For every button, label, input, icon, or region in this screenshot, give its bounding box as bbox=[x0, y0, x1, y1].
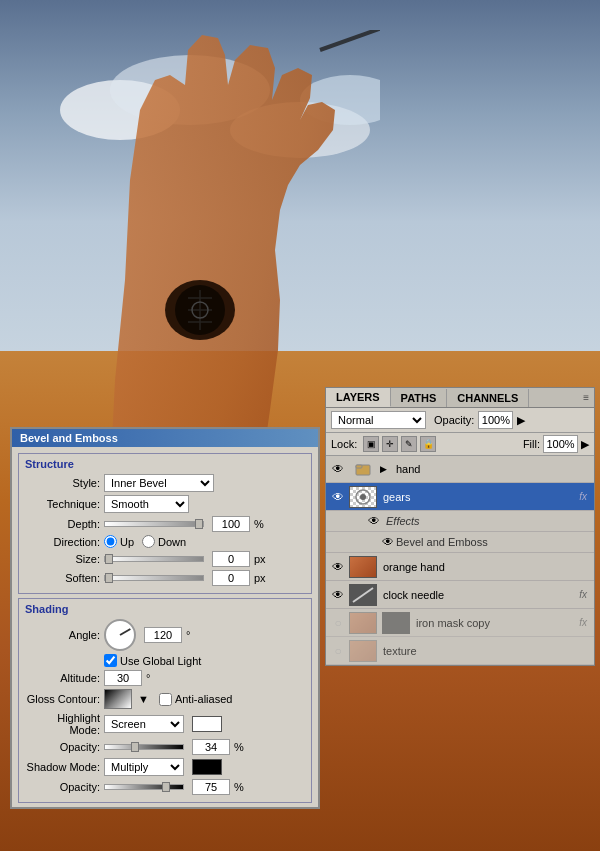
bevel-panel-title: Bevel and Emboss bbox=[12, 429, 318, 447]
layer-effects-item[interactable]: 👁 Effects bbox=[326, 511, 594, 532]
technique-select[interactable]: Smooth bbox=[104, 495, 189, 513]
fill-input[interactable] bbox=[543, 435, 578, 453]
structure-section: Structure Style: Inner Bevel Technique: … bbox=[18, 453, 312, 594]
eye-effects[interactable]: 👁 bbox=[366, 513, 382, 529]
shadow-mode-select[interactable]: Multiply bbox=[104, 758, 184, 776]
svg-rect-9 bbox=[356, 465, 362, 468]
eye-hand[interactable]: 👁 bbox=[330, 461, 346, 477]
highlight-opacity-input[interactable] bbox=[192, 739, 230, 755]
anti-aliased-text: Anti-aliased bbox=[175, 693, 232, 705]
shadow-opacity-slider[interactable] bbox=[104, 782, 184, 792]
angle-input[interactable] bbox=[144, 627, 182, 643]
lock-image-icon[interactable]: ✎ bbox=[401, 436, 417, 452]
gloss-contour-row: Gloss Contour: ▼ Anti-aliased bbox=[25, 689, 305, 709]
highlight-mode-row: Highlight Mode: Screen bbox=[25, 712, 305, 736]
highlight-mode-label: Highlight Mode: bbox=[25, 712, 100, 736]
global-light-checkbox[interactable] bbox=[104, 654, 117, 667]
direction-down[interactable]: Down bbox=[142, 535, 186, 548]
depth-row: Depth: % bbox=[25, 516, 305, 532]
highlight-color-swatch[interactable] bbox=[192, 716, 222, 732]
direction-up-radio[interactable] bbox=[104, 535, 117, 548]
direction-up[interactable]: Up bbox=[104, 535, 134, 548]
lock-position-icon[interactable]: ✛ bbox=[382, 436, 398, 452]
fill-arrow[interactable]: ▶ bbox=[581, 438, 589, 451]
svg-point-11 bbox=[360, 494, 366, 500]
eye-bevel[interactable]: 👁 bbox=[380, 534, 396, 550]
global-light-row: Use Global Light bbox=[25, 654, 305, 667]
shadow-opacity-input[interactable] bbox=[192, 779, 230, 795]
anti-aliased-label[interactable]: Anti-aliased bbox=[159, 693, 232, 706]
shadow-mode-row: Shadow Mode: Multiply bbox=[25, 758, 305, 776]
eye-gears[interactable]: 👁 bbox=[330, 489, 346, 505]
thumb-texture bbox=[349, 640, 377, 662]
altitude-unit: ° bbox=[146, 672, 150, 684]
layer-item-gears[interactable]: 👁 gears fx bbox=[326, 483, 594, 511]
panel-menu-icon[interactable]: ≡ bbox=[578, 390, 594, 405]
eye-texture[interactable]: ○ bbox=[330, 643, 346, 659]
direction-down-label: Down bbox=[158, 536, 186, 548]
global-light-label[interactable]: Use Global Light bbox=[104, 654, 201, 667]
angle-label: Angle: bbox=[25, 629, 100, 641]
depth-input[interactable] bbox=[212, 516, 250, 532]
shading-section: Shading Angle: ° Use Global Light Altitu… bbox=[18, 598, 312, 803]
contour-arrow[interactable]: ▼ bbox=[138, 693, 149, 705]
thumb-iron-mask-mask bbox=[382, 612, 410, 634]
thumb-gears bbox=[349, 486, 377, 508]
style-row: Style: Inner Bevel bbox=[25, 474, 305, 492]
angle-dial[interactable] bbox=[104, 619, 136, 651]
thumb-orange-hand bbox=[349, 556, 377, 578]
fx-iron-mask: fx bbox=[579, 617, 587, 628]
size-input[interactable] bbox=[212, 551, 250, 567]
technique-label: Technique: bbox=[25, 498, 100, 510]
tab-paths[interactable]: PATHS bbox=[391, 389, 448, 407]
size-unit: px bbox=[254, 553, 266, 565]
layer-bevel-emboss-item[interactable]: 👁 Bevel and Emboss bbox=[326, 532, 594, 553]
layer-name-texture: texture bbox=[380, 645, 590, 657]
shadow-color-swatch[interactable] bbox=[192, 759, 222, 775]
layer-item-orange-hand[interactable]: 👁 orange hand bbox=[326, 553, 594, 581]
bevel-emboss-label: Bevel and Emboss bbox=[396, 536, 488, 548]
contour-preview[interactable] bbox=[104, 689, 132, 709]
soften-label: Soften: bbox=[25, 572, 100, 584]
lock-transparent-icon[interactable]: ▣ bbox=[363, 436, 379, 452]
depth-unit: % bbox=[254, 518, 264, 530]
layer-item-clock-needle[interactable]: 👁 clock needle fx bbox=[326, 581, 594, 609]
direction-radios: Up Down bbox=[104, 535, 186, 548]
highlight-mode-select[interactable]: Screen bbox=[104, 715, 184, 733]
blend-opacity-row: Normal Opacity: ▶ bbox=[326, 408, 594, 433]
soften-input[interactable] bbox=[212, 570, 250, 586]
size-label: Size: bbox=[25, 553, 100, 565]
layer-item-texture[interactable]: ○ texture bbox=[326, 637, 594, 665]
eye-iron-mask[interactable]: ○ bbox=[330, 615, 346, 631]
lock-all-icon[interactable]: 🔒 bbox=[420, 436, 436, 452]
eye-clock-needle[interactable]: 👁 bbox=[330, 587, 346, 603]
layer-item-iron-mask[interactable]: ○ iron mask copy fx bbox=[326, 609, 594, 637]
global-light-text: Use Global Light bbox=[120, 655, 201, 667]
layer-item-hand[interactable]: 👁 ▶ hand bbox=[326, 456, 594, 483]
bevel-emboss-panel: Bevel and Emboss Structure Style: Inner … bbox=[10, 427, 320, 809]
soften-slider[interactable] bbox=[104, 573, 204, 583]
size-slider[interactable] bbox=[104, 554, 204, 564]
shadow-opacity-unit: % bbox=[234, 781, 244, 793]
tab-layers[interactable]: LAYERS bbox=[326, 388, 391, 407]
direction-down-radio[interactable] bbox=[142, 535, 155, 548]
opacity-input[interactable] bbox=[478, 411, 513, 429]
anti-aliased-checkbox[interactable] bbox=[159, 693, 172, 706]
depth-slider[interactable] bbox=[104, 519, 204, 529]
shadow-opacity-label: Opacity: bbox=[25, 781, 100, 793]
layer-name-clock-needle: clock needle bbox=[380, 589, 576, 601]
blend-mode-select[interactable]: Normal bbox=[331, 411, 426, 429]
lock-label: Lock: bbox=[331, 438, 357, 450]
opacity-arrow[interactable]: ▶ bbox=[517, 414, 525, 427]
folder-arrow[interactable]: ▶ bbox=[380, 464, 387, 474]
eye-orange-hand[interactable]: 👁 bbox=[330, 559, 346, 575]
structure-title: Structure bbox=[25, 458, 305, 470]
opacity-label: Opacity: bbox=[434, 414, 474, 426]
depth-label: Depth: bbox=[25, 518, 100, 530]
highlight-opacity-unit: % bbox=[234, 741, 244, 753]
tab-channels[interactable]: CHANNELS bbox=[447, 389, 529, 407]
style-select[interactable]: Inner Bevel bbox=[104, 474, 214, 492]
highlight-opacity-slider[interactable] bbox=[104, 742, 184, 752]
thumb-clock-needle bbox=[349, 584, 377, 606]
altitude-input[interactable] bbox=[104, 670, 142, 686]
